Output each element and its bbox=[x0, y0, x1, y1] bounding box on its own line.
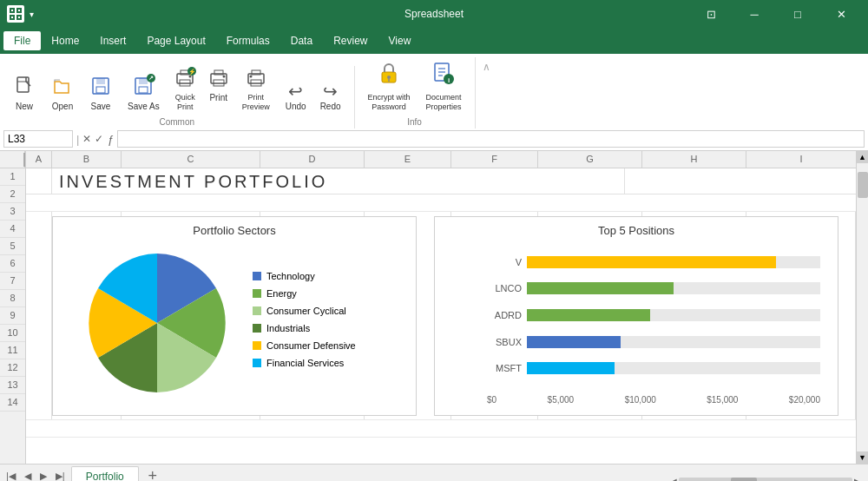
menu-item-view[interactable]: View bbox=[378, 31, 422, 50]
legend-color-consumer-cyclical bbox=[253, 306, 261, 315]
menu-item-page-layout[interactable]: Page Layout bbox=[136, 31, 215, 50]
bar-label-lnco: LNCO bbox=[487, 283, 522, 293]
print-button[interactable]: Print bbox=[203, 66, 234, 115]
menu-item-formulas[interactable]: Formulas bbox=[216, 31, 280, 50]
formula-input[interactable] bbox=[117, 130, 865, 148]
add-sheet-button[interactable]: + bbox=[142, 467, 163, 481]
menu-item-review[interactable]: Review bbox=[323, 31, 378, 50]
legend-industrials: Industrials bbox=[253, 323, 356, 333]
undo-icon: ↩ bbox=[288, 82, 303, 100]
col-header-h[interactable]: H bbox=[642, 151, 746, 168]
scroll-down-button[interactable]: ▼ bbox=[857, 451, 869, 464]
svg-rect-12 bbox=[96, 87, 105, 93]
bar-chart-title: Top 5 Positions bbox=[435, 217, 838, 240]
new-label: New bbox=[16, 102, 33, 112]
print-preview-button[interactable]: PrintPreview bbox=[236, 66, 276, 115]
ribbon-collapse-button[interactable]: ∧ bbox=[479, 57, 494, 76]
save-as-button[interactable]: ↗ Save As bbox=[122, 73, 166, 115]
undo-label: Undo bbox=[286, 102, 306, 112]
doc-props-button[interactable]: i DocumentProperties bbox=[420, 57, 468, 115]
bar-track-lnco bbox=[527, 282, 820, 294]
scroll-up-button[interactable]: ▲ bbox=[857, 151, 869, 163]
bar-fill-sbux bbox=[527, 336, 621, 348]
scroll-thumb[interactable] bbox=[858, 172, 868, 198]
redo-label: Redo bbox=[320, 102, 341, 112]
info-group-label: Info bbox=[362, 117, 468, 127]
vertical-scrollbar[interactable]: ▲ ▼ bbox=[856, 151, 868, 464]
bar-fill-v bbox=[527, 256, 776, 268]
menu-item-insert[interactable]: Insert bbox=[89, 31, 136, 50]
svg-point-29 bbox=[387, 76, 391, 79]
redo-button[interactable]: ↪ Redo bbox=[314, 80, 347, 115]
dropdown-arrow[interactable]: ▾ bbox=[30, 10, 34, 19]
row-numbers-column: 1 2 3 4 5 6 7 8 9 10 11 12 13 14 bbox=[0, 151, 26, 464]
next-tab-button[interactable]: ▶ bbox=[37, 471, 49, 481]
legend-label-financial-services: Financial Services bbox=[266, 358, 344, 368]
svg-rect-7 bbox=[18, 16, 20, 18]
h-scroll-left[interactable]: ◀ bbox=[670, 477, 677, 481]
minimize-button[interactable]: ─ bbox=[734, 0, 774, 28]
cell-b1[interactable]: INVESTMENT PORTFOLIO bbox=[52, 168, 625, 194]
encrypt-password-button[interactable]: Encrypt withPassword bbox=[362, 57, 417, 115]
legend-label-energy: Energy bbox=[266, 288, 297, 299]
h-scroll-thumb[interactable] bbox=[731, 478, 757, 481]
x-axis-labels: $0 $5,000 $10,000 $15,000 $20,000 bbox=[487, 395, 820, 405]
row-5: 5 bbox=[0, 238, 25, 255]
quick-print-group: ⚡ QuickPrint Print bbox=[169, 66, 276, 115]
bar-row-msft: MSFT bbox=[487, 361, 820, 375]
window-title: Spreadsheet bbox=[404, 8, 464, 20]
title-bar: ▾ Spreadsheet ⊡ ─ □ ✕ bbox=[0, 0, 868, 28]
bar-fill-msft bbox=[527, 362, 615, 374]
menu-item-home[interactable]: Home bbox=[41, 31, 89, 50]
restore-button[interactable]: ⊡ bbox=[691, 0, 731, 28]
undo-button[interactable]: ↩ Undo bbox=[279, 80, 312, 115]
portfolio-tab[interactable]: Portfolio bbox=[71, 466, 139, 481]
legend-label-consumer-cyclical: Consumer Cyclical bbox=[266, 306, 346, 316]
ribbon-group-info: Encrypt withPassword i DocumentPropertie… bbox=[355, 57, 476, 128]
ribbon-group-common: New Open Save bbox=[7, 66, 355, 128]
svg-text:i: i bbox=[448, 76, 450, 84]
save-as-label: Save As bbox=[128, 102, 160, 112]
col-header-f[interactable]: F bbox=[451, 151, 538, 168]
name-box[interactable] bbox=[3, 130, 73, 148]
row-7: 7 bbox=[0, 273, 25, 290]
new-button[interactable]: New bbox=[7, 73, 42, 115]
svg-point-27 bbox=[249, 76, 252, 78]
col-header-i[interactable]: I bbox=[746, 151, 856, 168]
scroll-track[interactable] bbox=[857, 163, 868, 451]
row-3: 3 bbox=[0, 203, 25, 221]
print-buttons: ⚡ QuickPrint Print bbox=[169, 66, 276, 115]
last-tab-button[interactable]: ▶| bbox=[53, 471, 68, 481]
close-button[interactable]: ✕ bbox=[821, 0, 861, 28]
col-header-d[interactable]: D bbox=[260, 151, 365, 168]
cell-a1[interactable] bbox=[26, 168, 52, 194]
h-scroll-track[interactable] bbox=[679, 478, 852, 481]
row-8: 8 bbox=[0, 290, 25, 307]
menu-item-data[interactable]: Data bbox=[280, 31, 323, 50]
quick-print-button[interactable]: ⚡ QuickPrint bbox=[169, 66, 201, 115]
legend-label-technology: Technology bbox=[266, 271, 315, 281]
col-header-c[interactable]: C bbox=[122, 151, 260, 168]
doc-props-label: DocumentProperties bbox=[426, 93, 462, 112]
first-tab-button[interactable]: |◀ bbox=[3, 471, 18, 481]
x-label-0: $0 bbox=[487, 395, 496, 405]
row-4: 4 bbox=[0, 221, 25, 238]
col-header-b[interactable]: B bbox=[52, 151, 122, 168]
save-button[interactable]: Save bbox=[83, 73, 118, 115]
function-icon[interactable]: ƒ bbox=[107, 133, 113, 146]
bar-fill-lnco bbox=[527, 282, 674, 294]
bar-track-v bbox=[527, 256, 820, 268]
confirm-icon[interactable]: ✓ bbox=[95, 133, 103, 145]
col-header-g[interactable]: G bbox=[538, 151, 642, 168]
h-scroll-right[interactable]: ▶ bbox=[854, 477, 861, 481]
encrypt-label: Encrypt withPassword bbox=[368, 93, 411, 112]
cancel-icon[interactable]: ✕ bbox=[82, 133, 91, 145]
maximize-button[interactable]: □ bbox=[778, 0, 818, 28]
print-preview-label: PrintPreview bbox=[242, 93, 270, 112]
col-header-e[interactable]: E bbox=[365, 151, 451, 168]
prev-tab-button[interactable]: ◀ bbox=[22, 471, 34, 481]
menu-item-file[interactable]: File bbox=[3, 31, 41, 50]
open-button[interactable]: Open bbox=[45, 73, 80, 115]
cell-rest-1 bbox=[625, 168, 856, 194]
col-header-a[interactable]: A bbox=[26, 151, 52, 168]
